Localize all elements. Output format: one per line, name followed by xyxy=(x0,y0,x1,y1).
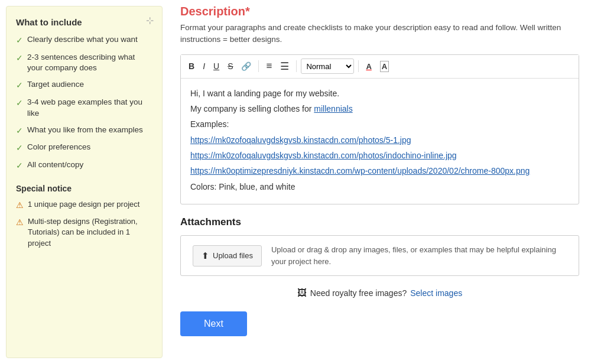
sidebar-item-label: Target audience xyxy=(27,79,84,90)
sidebar-item-label: What you like from the examples xyxy=(27,125,143,136)
next-button[interactable]: Next xyxy=(180,311,247,336)
link-button[interactable]: 🔗 xyxy=(238,60,254,73)
special-notice-title: Special notice xyxy=(16,184,152,193)
upload-icon: ⬆ xyxy=(202,251,209,261)
special-notice-item-label: 1 unique page design per project xyxy=(28,199,139,210)
special-notice-section: Special notice ⚠ 1 unique page design pe… xyxy=(16,184,152,249)
strikethrough-button[interactable]: S xyxy=(225,60,236,73)
check-icon: ✓ xyxy=(16,125,23,137)
sidebar-item-label: 2-3 sentences describing what your compa… xyxy=(27,52,152,74)
editor-line-2: My company is selling clothes for millen… xyxy=(190,102,569,115)
sidebar-title: What to include xyxy=(16,17,152,27)
sidebar-item-label: Clearly describe what you want xyxy=(27,34,138,46)
sidebar-item: ✓ 3-4 web page examples that you like xyxy=(16,97,152,119)
check-icon: ✓ xyxy=(16,98,23,109)
bold-button[interactable]: B xyxy=(186,60,197,73)
section-description: Format your paragraphs and create checkl… xyxy=(180,22,579,46)
sidebar-item: ✓ 2-3 sentences describing what your com… xyxy=(16,52,152,74)
sidebar-item: ✓ All content/copy xyxy=(16,160,152,172)
example-link-3[interactable]: https://mk0optimizepresdniyk.kinstacdn.c… xyxy=(190,166,530,176)
clear-format-icon: A xyxy=(380,61,389,72)
font-color-icon: A xyxy=(366,62,371,71)
royalty-images-row: 🖼 Need royalty free images? Select image… xyxy=(180,288,579,298)
example-link-2[interactable]: https://mk0zofoqaluvgdskgvsb.kinstacdn.c… xyxy=(190,151,457,160)
warning-icon: ⚠ xyxy=(16,217,24,229)
drag-icon: ⊹ xyxy=(146,15,154,26)
attachments-box: ⬆ Upload files Upload or drag & drop any… xyxy=(180,235,579,276)
editor-body[interactable]: Hi, I want a landing page for my website… xyxy=(181,79,579,204)
sidebar-item: ✓ What you like from the examples xyxy=(16,125,152,137)
ordered-list-button[interactable]: ≡ xyxy=(263,58,275,74)
example-link-1[interactable]: https://mk0zofoqaluvgdskgvsb.kinstacdn.c… xyxy=(190,135,411,145)
special-notice-list: ⚠ 1 unique page design per project ⚠ Mul… xyxy=(16,199,152,249)
sidebar-item-label: All content/copy xyxy=(27,160,83,171)
format-select[interactable]: NormalHeading 1Heading 2Heading 3 xyxy=(301,58,354,74)
description-editor: B I U S 🔗 ≡ ☰ NormalHeading 1Heading 2He… xyxy=(180,54,579,205)
unordered-list-button[interactable]: ☰ xyxy=(277,58,292,74)
special-notice-item: ⚠ 1 unique page design per project xyxy=(16,199,152,212)
sidebar-items-list: ✓ Clearly describe what you want ✓ 2-3 s… xyxy=(16,34,152,172)
special-notice-item: ⚠ Multi-step designs (Registration, Tuto… xyxy=(16,216,152,249)
editor-line-colors: Colors: Pink, blue, and white xyxy=(190,180,569,193)
editor-line-3: Examples: xyxy=(190,118,569,131)
sidebar-item: ✓ Target audience xyxy=(16,79,152,92)
section-title: Description* xyxy=(180,5,579,18)
select-images-link[interactable]: Select images xyxy=(410,288,462,298)
check-icon: ✓ xyxy=(16,160,23,172)
check-icon: ✓ xyxy=(16,53,23,64)
attachments-title: Attachments xyxy=(180,216,579,228)
check-icon: ✓ xyxy=(16,142,23,154)
warning-icon: ⚠ xyxy=(16,200,24,212)
attachments-description: Upload or drag & drop any images, files,… xyxy=(271,244,567,267)
check-icon: ✓ xyxy=(16,80,23,92)
image-icon: 🖼 xyxy=(297,288,307,298)
clear-format-button[interactable]: A xyxy=(377,60,392,73)
sidebar-item: ✓ Color preferences xyxy=(16,142,152,154)
upload-btn-label: Upload files xyxy=(213,251,253,260)
toolbar-separator-3 xyxy=(358,60,359,72)
required-star: * xyxy=(245,5,250,18)
font-color-button[interactable]: A xyxy=(363,60,374,73)
check-icon: ✓ xyxy=(16,35,23,47)
editor-toolbar: B I U S 🔗 ≡ ☰ NormalHeading 1Heading 2He… xyxy=(181,55,579,79)
main-content: Description* Format your paragraphs and … xyxy=(168,0,591,364)
sidebar-panel: ⊹ What to include ✓ Clearly describe wha… xyxy=(6,6,163,358)
italic-button[interactable]: I xyxy=(200,60,208,73)
sidebar-item-label: Color preferences xyxy=(27,142,90,153)
royalty-text: Need royalty free images? xyxy=(310,288,407,298)
sidebar-item-label: 3-4 web page examples that you like xyxy=(27,97,152,119)
special-notice-item-label: Multi-step designs (Registration, Tutori… xyxy=(28,216,152,249)
toolbar-separator-2 xyxy=(296,60,297,72)
sidebar-item: ✓ Clearly describe what you want xyxy=(16,34,152,47)
underline-button[interactable]: U xyxy=(210,60,222,73)
upload-files-button[interactable]: ⬆ Upload files xyxy=(193,245,262,266)
editor-line-1: Hi, I want a landing page for my website… xyxy=(190,87,569,100)
toolbar-separator xyxy=(258,60,259,72)
millennials-link[interactable]: millennials xyxy=(314,104,352,113)
